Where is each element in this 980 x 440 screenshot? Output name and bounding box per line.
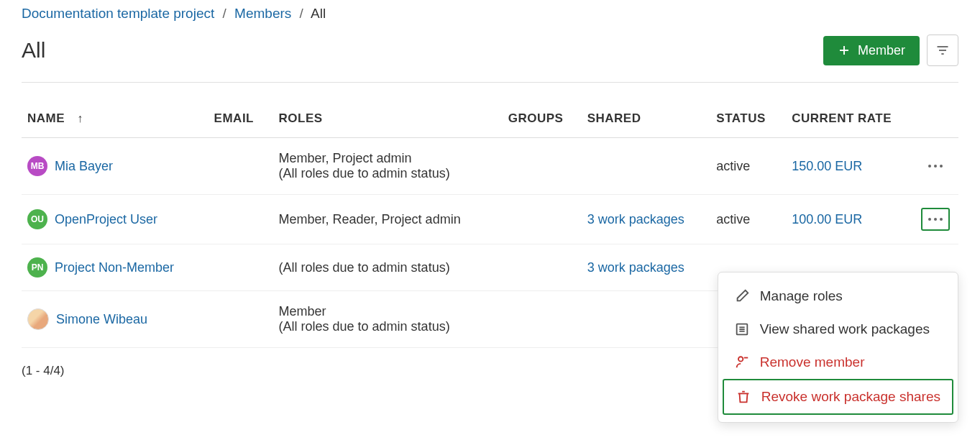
roles-text: Member, Project admin [279,151,497,166]
member-name-link[interactable]: Project Non-Member [55,260,174,275]
menu-item-label: Revoke work package shares [761,389,940,405]
more-icon [928,165,943,168]
table-row: MB Mia Bayer Member, Project admin (All … [22,138,958,195]
more-icon [928,218,943,221]
avatar [27,308,49,330]
col-header-name-label: NAME [27,111,65,125]
col-header-groups[interactable]: GROUPS [503,104,582,138]
roles-text: Member [279,304,497,319]
filter-icon [935,43,950,58]
breadcrumb-project-link[interactable]: Documentation template project [22,6,214,21]
more-actions-button[interactable] [921,208,950,231]
menu-manage-roles[interactable]: Manage roles [723,280,953,313]
shared-link[interactable]: 3 work packages [587,260,684,275]
breadcrumb-section-link[interactable]: Members [234,6,291,21]
sort-asc-icon: ↑ [77,112,83,125]
menu-item-label: Remove member [760,354,865,370]
col-header-shared[interactable]: SHARED [582,104,711,138]
col-header-roles[interactable]: ROLES [273,104,503,138]
breadcrumb-sep: / [300,6,303,21]
svg-point-9 [738,357,743,361]
more-actions-button[interactable] [921,155,950,178]
member-name-link[interactable]: OpenProject User [55,212,157,227]
pencil-icon [734,288,750,304]
roles-subtext: (All roles due to admin status) [279,319,497,334]
add-member-label: Member [858,43,905,58]
shared-link[interactable]: 3 work packages [587,212,684,226]
menu-revoke-shares[interactable]: Revoke work package shares [723,379,953,415]
roles-subtext: (All roles due to admin status) [279,166,497,181]
avatar: MB [27,156,47,176]
breadcrumb-sep: / [223,6,226,21]
col-header-rate[interactable]: CURRENT RATE [786,104,915,138]
page-title: All [22,38,45,63]
menu-item-label: Manage roles [760,288,843,304]
plus-icon [838,44,851,57]
breadcrumb: Documentation template project / Members… [22,6,958,22]
menu-item-label: View shared work packages [760,321,930,337]
person-remove-icon [734,354,750,370]
trash-icon [736,389,751,405]
avatar: PN [27,257,47,278]
status-text: active [710,195,786,244]
status-text: active [710,138,786,195]
avatar: OU [27,209,47,229]
list-icon [734,321,750,337]
table-row: OU OpenProject User Member, Reader, Proj… [22,195,958,244]
menu-view-shared[interactable]: View shared work packages [723,313,953,346]
roles-text: Member, Reader, Project admin [279,212,497,227]
breadcrumb-current: All [311,6,326,21]
menu-remove-member[interactable]: Remove member [723,346,953,379]
add-member-button[interactable]: Member [823,36,920,65]
member-name-link[interactable]: Simone Wibeau [56,312,147,327]
member-name-link[interactable]: Mia Bayer [55,159,113,174]
rate-link[interactable]: 100.00 EUR [792,212,862,226]
col-header-name[interactable]: NAME ↑ [22,104,209,138]
roles-text: (All roles due to admin status) [279,260,497,275]
col-header-email[interactable]: EMAIL [209,104,273,138]
row-actions-menu: Manage roles View shared work packages R… [718,272,958,423]
rate-link[interactable]: 150.00 EUR [792,159,862,173]
col-header-status[interactable]: STATUS [710,104,786,138]
filter-button[interactable] [927,35,958,66]
